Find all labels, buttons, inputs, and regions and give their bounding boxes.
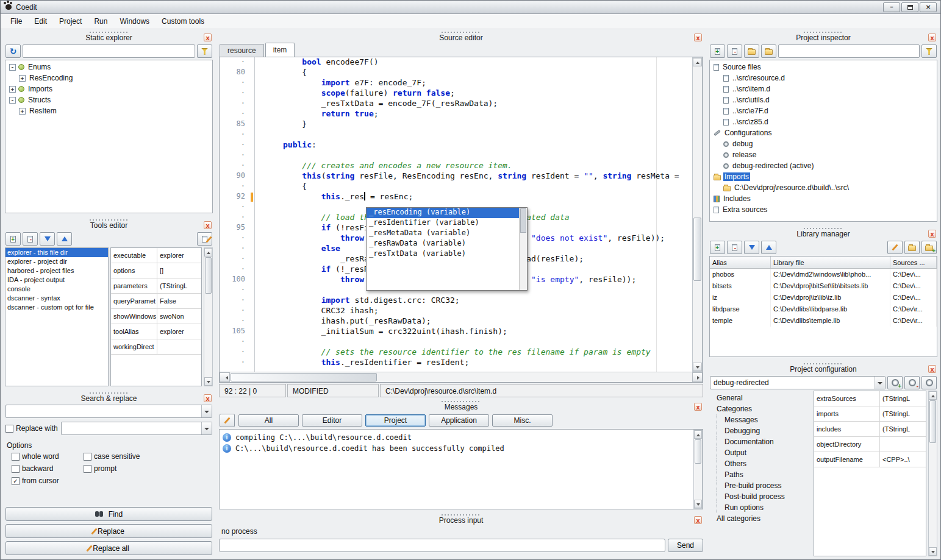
menu-run[interactable]: Run — [88, 15, 113, 28]
close-panel-icon[interactable]: x — [204, 221, 212, 229]
scroll-left-icon[interactable] — [220, 372, 230, 382]
clone-configuration-button[interactable] — [921, 376, 937, 389]
property-value[interactable] — [157, 339, 201, 354]
property-row[interactable]: options[] — [111, 263, 201, 278]
category-item[interactable]: Messages — [717, 414, 812, 425]
splitter-handle-icon[interactable] — [442, 401, 481, 402]
property-value[interactable]: explorer — [157, 248, 201, 263]
replace-all-button[interactable]: Replace all — [5, 541, 212, 555]
splitter-handle-icon[interactable] — [90, 32, 129, 33]
splitter-handle-icon[interactable] — [90, 392, 129, 394]
scrollbar-thumb[interactable] — [695, 439, 701, 464]
checkbox-prompt[interactable]: prompt — [84, 464, 212, 473]
close-panel-icon[interactable]: x — [204, 394, 212, 402]
scrollbar-thumb[interactable] — [693, 218, 701, 281]
checkbox-backward[interactable]: backward — [12, 464, 84, 473]
property-row[interactable]: toolAliasexplorer — [111, 324, 201, 339]
message-row[interactable]: C:\...\build\resource.d.coedit has been … — [220, 443, 693, 454]
splitter-handle-icon[interactable] — [442, 514, 481, 516]
property-row[interactable]: workingDirect — [111, 339, 201, 355]
property-value[interactable]: (TStringL — [880, 391, 926, 406]
send-button[interactable]: Send — [668, 539, 703, 552]
delete-configuration-button[interactable] — [904, 376, 920, 389]
tree-item[interactable]: ResEncoding — [5, 73, 212, 83]
add-folder-button[interactable] — [744, 44, 759, 58]
filter-all[interactable]: All — [238, 414, 299, 427]
property-value[interactable]: (TStringL — [880, 406, 926, 421]
tool-list-item[interactable]: IDA - project output — [5, 275, 108, 285]
filter-application[interactable]: Application — [429, 414, 489, 427]
close-panel-icon[interactable]: x — [928, 230, 936, 238]
table-row[interactable]: templeC:\Dev\dlibs\temple.libC:\Dev\r... — [710, 315, 937, 327]
close-panel-icon[interactable]: x — [694, 403, 702, 411]
add-library-file-button[interactable] — [921, 241, 937, 254]
scroll-up-icon[interactable] — [929, 391, 937, 400]
tree-item[interactable]: ..\src\resource.d — [710, 73, 937, 83]
completion-scrollbar[interactable] — [519, 208, 527, 290]
splitter-handle-icon[interactable] — [804, 228, 843, 229]
menu-project[interactable]: Project — [53, 15, 88, 28]
code-editor[interactable]: ·80····85····90·92··95····100····105··· … — [219, 57, 703, 383]
scroll-down-icon[interactable] — [694, 500, 702, 508]
scroll-down-icon[interactable] — [204, 377, 212, 386]
column-header[interactable]: Sources ... — [890, 257, 937, 268]
close-panel-icon[interactable]: x — [694, 516, 702, 524]
add-tool-button[interactable] — [5, 232, 21, 246]
tree-item[interactable]: ..\src\z85.d — [710, 116, 937, 127]
replace-with-checkbox[interactable]: Replace with — [5, 424, 58, 433]
property-row[interactable]: imports(TStringL — [814, 406, 926, 422]
completion-item[interactable]: _resRawData (variable) — [367, 239, 519, 249]
code-area[interactable]: bool encodee7F() { import e7F: encode_7F… — [255, 57, 692, 372]
remove-source-button[interactable] — [727, 44, 742, 58]
scroll-right-icon[interactable] — [692, 372, 703, 382]
move-library-down-button[interactable] — [744, 241, 759, 254]
scroll-up-icon[interactable] — [694, 430, 702, 439]
scrollbar-thumb[interactable] — [929, 400, 936, 443]
open-folder-button[interactable] — [761, 44, 776, 58]
menu-custom-tools[interactable]: Custom tools — [156, 15, 210, 28]
vertical-scrollbar[interactable] — [204, 247, 213, 386]
move-tool-up-button[interactable] — [57, 232, 72, 246]
filter-project[interactable]: Project — [365, 414, 426, 427]
close-button[interactable]: × — [920, 2, 937, 12]
scrollbar-thumb[interactable] — [231, 373, 377, 381]
property-row[interactable]: includes(TStringL — [814, 422, 926, 437]
filter-editor[interactable]: Editor — [302, 414, 362, 427]
symbol-search-input[interactable] — [23, 44, 195, 58]
configuration-scrollbar[interactable] — [928, 391, 937, 556]
filter-misc[interactable]: Misc. — [492, 414, 553, 427]
add-configuration-button[interactable] — [887, 376, 903, 389]
splitter-handle-icon[interactable] — [442, 32, 481, 33]
replace-button[interactable]: Replace — [5, 524, 212, 538]
message-row[interactable]: compiling C:\...\build\resource.d.coedit — [220, 432, 693, 443]
open-library-button[interactable] — [904, 241, 920, 254]
column-header[interactable]: Alias — [710, 257, 771, 268]
clone-tool-button[interactable] — [197, 232, 212, 246]
tool-list-item[interactable]: explorer - project dir — [5, 257, 108, 266]
replace-term-select[interactable] — [61, 422, 212, 435]
edit-library-button[interactable] — [887, 241, 903, 254]
property-row[interactable]: queryParametFalse — [111, 294, 201, 309]
property-row[interactable]: executableexplorer — [111, 248, 201, 263]
tool-list-item[interactable]: console — [5, 285, 108, 294]
tree-item[interactable]: ResItem — [5, 105, 212, 116]
expand-icon[interactable] — [19, 108, 26, 115]
property-value[interactable]: explorer — [157, 324, 201, 339]
table-row[interactable]: izC:\Dev\dproj\iz\lib\iz.libC:\Dev\... — [710, 292, 937, 303]
search-term-select[interactable] — [5, 405, 212, 418]
property-row[interactable]: extraSources(TStringL — [814, 391, 926, 406]
editor-horizontal-scrollbar[interactable] — [220, 372, 703, 382]
completion-item[interactable]: _resEncoding (variable) — [367, 208, 519, 218]
property-value[interactable]: (TStringL — [157, 278, 201, 293]
expand-icon[interactable] — [19, 75, 26, 82]
move-tool-down-button[interactable] — [40, 232, 55, 246]
maximize-button[interactable] — [901, 2, 918, 12]
close-panel-icon[interactable]: x — [694, 34, 702, 41]
scrollbar-thumb[interactable] — [520, 208, 526, 233]
table-row[interactable]: phobosC:\Dev\dmd2\windows\lib\phob...C:\… — [710, 269, 937, 280]
column-header[interactable]: Library file — [771, 257, 890, 268]
editor-vertical-scrollbar[interactable] — [692, 57, 703, 372]
refresh-button[interactable] — [5, 44, 21, 58]
find-button[interactable]: Find — [5, 507, 212, 521]
category-item[interactable]: Others — [717, 458, 812, 469]
